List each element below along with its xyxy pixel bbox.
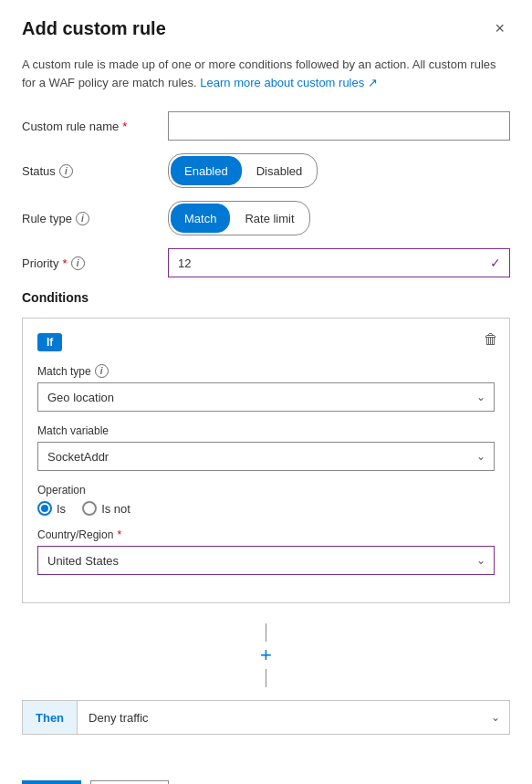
priority-control: ✓ [168, 248, 510, 277]
priority-label: Priority * i [22, 256, 168, 270]
country-region-group: Country/Region * United States Canada Un… [37, 528, 495, 575]
rule-type-rate-limit-button[interactable]: Rate limit [232, 204, 307, 233]
status-control: Enabled Disabled [168, 153, 510, 188]
operation-is-not-option[interactable]: Is not [82, 501, 130, 516]
status-info-icon[interactable]: i [59, 164, 73, 178]
external-link-icon: ↗ [368, 76, 378, 89]
connector-line-bottom [266, 669, 266, 687]
status-enabled-button[interactable]: Enabled [171, 156, 242, 185]
if-badge: If [37, 333, 62, 351]
description-text: A custom rule is made up of one or more … [22, 56, 510, 91]
rule-type-row: Rule type i Match Rate limit [22, 201, 510, 235]
add-custom-rule-dialog: Add custom rule × A custom rule is made … [0, 0, 532, 784]
custom-rule-name-label: Custom rule name * [22, 120, 168, 133]
match-type-label: Match type i [37, 364, 495, 378]
match-type-group: Match type i Geo location IP address HTT… [37, 364, 495, 412]
add-button[interactable]: Add [22, 780, 81, 784]
match-type-select-wrap: Geo location IP address HTTP header HTTP… [37, 382, 495, 412]
status-label: Status i [22, 164, 168, 178]
operation-label: Operation [37, 484, 495, 497]
cancel-button[interactable]: Cancel [90, 780, 169, 784]
operation-is-option[interactable]: Is [37, 501, 66, 516]
priority-row: Priority * i ✓ [22, 248, 510, 277]
then-select-wrap: Deny traffic Allow traffic Log ⌄ [78, 701, 509, 734]
priority-check-icon: ✓ [490, 256, 501, 270]
priority-input-wrap: ✓ [168, 248, 510, 277]
operation-radio-group: Is Is not [37, 501, 495, 516]
status-row: Status i Enabled Disabled [22, 153, 510, 188]
priority-required: * [62, 256, 67, 270]
dialog-title: Add custom rule [22, 18, 166, 39]
close-button[interactable]: × [489, 18, 510, 38]
delete-condition-button[interactable]: 🗑 [484, 331, 498, 348]
match-type-info-icon[interactable]: i [95, 364, 109, 378]
match-variable-label: Match variable [37, 424, 495, 437]
priority-info-icon[interactable]: i [71, 256, 85, 270]
custom-rule-name-row: Custom rule name * [22, 111, 510, 141]
add-condition-button[interactable]: + [253, 642, 280, 669]
rule-type-label: Rule type i [22, 212, 168, 225]
rule-type-match-button[interactable]: Match [171, 204, 230, 233]
country-region-select-wrap: United States Canada United Kingdom ⌄ [37, 546, 495, 575]
conditions-section-title: Conditions [22, 290, 510, 305]
custom-rule-name-input[interactable] [168, 111, 510, 141]
then-row: Then Deny traffic Allow traffic Log ⌄ [22, 700, 510, 735]
operation-is-not-radio[interactable] [82, 501, 97, 516]
then-badge: Then [23, 701, 78, 734]
country-region-label: Country/Region * [37, 528, 495, 541]
then-action-select[interactable]: Deny traffic Allow traffic Log [78, 701, 509, 734]
status-toggle-group: Enabled Disabled [168, 153, 318, 188]
rule-type-toggle-group: Match Rate limit [168, 201, 310, 235]
required-indicator: * [122, 120, 127, 133]
operation-group: Operation Is Is not [37, 484, 495, 516]
match-type-select[interactable]: Geo location IP address HTTP header HTTP… [37, 382, 495, 412]
match-variable-group: Match variable SocketAddr RemoteAddr ⌄ [37, 424, 495, 471]
learn-more-link[interactable]: Learn more about custom rules ↗ [200, 76, 378, 89]
dialog-header: Add custom rule × [22, 18, 510, 39]
match-variable-select-wrap: SocketAddr RemoteAddr ⌄ [37, 442, 495, 471]
connector-area: + [22, 614, 510, 696]
status-disabled-button[interactable]: Disabled [244, 156, 316, 185]
condition-box: If 🗑 Match type i Geo location IP addres… [22, 318, 510, 603]
rule-type-info-icon[interactable]: i [76, 212, 89, 225]
operation-is-radio[interactable] [37, 501, 52, 516]
priority-input[interactable] [168, 248, 510, 277]
country-region-select[interactable]: United States Canada United Kingdom [37, 546, 495, 575]
country-region-required: * [117, 528, 121, 541]
custom-rule-name-control [168, 111, 510, 141]
rule-type-control: Match Rate limit [168, 201, 510, 235]
dialog-footer: Add Cancel [22, 771, 510, 784]
match-variable-select[interactable]: SocketAddr RemoteAddr [37, 442, 495, 471]
connector-line-top [266, 623, 266, 642]
